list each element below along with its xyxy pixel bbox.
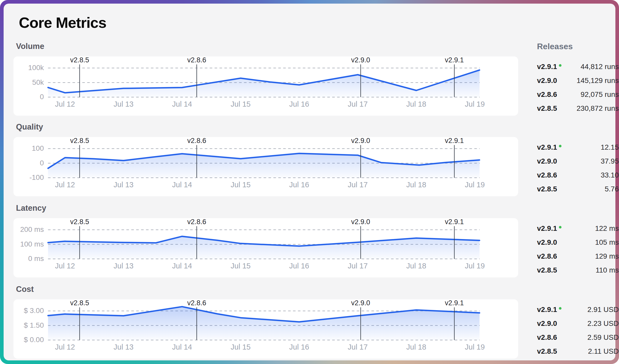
release-version: v2.9.1 [537, 224, 561, 233]
release-marker-label: v2.8.6 [187, 299, 206, 307]
x-tick-label: Jul 13 [113, 181, 133, 189]
release-row-v2.9.0[interactable]: v2.9.0145,129 runs [537, 74, 619, 88]
release-row-v2.9.0[interactable]: v2.9.02.23 USD [537, 317, 619, 331]
release-value: 12.15 [601, 143, 619, 151]
y-tick-label: $ 1.50 [24, 321, 44, 329]
quality-release-stats: v2.9.112.15v2.9.037.95v2.8.633.10v2.8.55… [537, 140, 619, 196]
release-row-v2.9.1[interactable]: v2.9.1122 ms [537, 222, 619, 235]
release-row-v2.9.1[interactable]: v2.9.12.91 USD [537, 303, 619, 317]
release-row-v2.8.5[interactable]: v2.8.5230,872 runs [537, 101, 619, 115]
cost-chart[interactable]: $ 0.00$ 1.50$ 3.00Jul 12Jul 13Jul 14Jul … [13, 299, 518, 359]
cost-area-fill [48, 307, 479, 340]
release-marker-label: v2.8.5 [70, 218, 89, 226]
x-tick-label: Jul 15 [231, 100, 250, 108]
latency-chart-card: 0 ms100 ms200 msJul 12Jul 13Jul 14Jul 15… [13, 218, 518, 277]
section-label-cost: Cost [16, 285, 119, 295]
release-row-v2.8.5[interactable]: v2.8.52.11 USD [537, 344, 619, 358]
x-tick-label: Jul 16 [289, 262, 309, 270]
x-tick-label: Jul 12 [55, 100, 75, 108]
x-tick-label: Jul 16 [289, 343, 309, 351]
release-marker-label: v2.8.6 [187, 137, 206, 145]
release-version: v2.8.6 [537, 90, 557, 99]
release-version: v2.8.6 [537, 252, 557, 260]
release-value: 105 ms [595, 238, 619, 247]
y-tick-label: $ 0.00 [24, 336, 44, 344]
x-tick-label: Jul 19 [465, 343, 485, 351]
x-tick-label: Jul 15 [231, 262, 250, 270]
x-tick-label: Jul 17 [348, 343, 368, 351]
gradient-frame: Core Metrics Releases Volume050k100kJul … [0, 0, 619, 364]
latest-release-dot-icon [559, 64, 561, 67]
latest-release-dot-icon [559, 307, 561, 310]
release-value: 2.11 USD [588, 347, 619, 355]
release-marker-label: v2.8.5 [70, 137, 89, 145]
quality-chart[interactable]: -1000100Jul 12Jul 13Jul 14Jul 15Jul 16Ju… [13, 137, 518, 196]
x-tick-label: Jul 15 [231, 343, 250, 351]
x-tick-label: Jul 12 [55, 181, 75, 189]
release-marker-label: v2.8.6 [187, 56, 206, 64]
volume-chart-card: 050k100kJul 12Jul 13Jul 14Jul 15Jul 16Ju… [13, 56, 518, 116]
x-tick-label: Jul 14 [172, 343, 192, 351]
release-value: 92,075 runs [581, 90, 619, 99]
release-value: 2.23 USD [588, 319, 619, 328]
y-tick-label: 0 ms [28, 255, 44, 263]
dashboard-surface: Core Metrics Releases Volume050k100kJul … [4, 4, 615, 360]
x-tick-label: Jul 19 [465, 100, 485, 108]
release-marker-label: v2.8.5 [70, 56, 89, 64]
release-row-v2.9.0[interactable]: v2.9.037.95 [537, 154, 619, 168]
x-tick-label: Jul 12 [55, 262, 75, 270]
release-marker-label: v2.9.0 [351, 56, 370, 64]
release-marker-label: v2.9.0 [351, 299, 370, 307]
release-version: v2.8.6 [537, 333, 557, 342]
x-tick-label: Jul 17 [348, 100, 368, 108]
x-tick-label: Jul 17 [348, 181, 368, 189]
x-tick-label: Jul 13 [113, 343, 133, 351]
release-marker-label: v2.9.1 [445, 56, 464, 64]
y-tick-label: 0 [40, 93, 44, 101]
release-value: 37.95 [601, 157, 619, 165]
y-tick-label: 0 [40, 159, 44, 167]
release-row-v2.9.1[interactable]: v2.9.144,812 runs [537, 60, 619, 74]
x-tick-label: Jul 19 [465, 181, 485, 189]
release-value: 44,812 runs [581, 63, 619, 71]
section-label-volume: Volume [16, 42, 119, 52]
release-row-v2.8.6[interactable]: v2.8.633.10 [537, 168, 619, 182]
x-tick-label: Jul 14 [172, 262, 192, 270]
release-version: v2.9.1 [537, 306, 561, 314]
latency-chart[interactable]: 0 ms100 ms200 msJul 12Jul 13Jul 14Jul 15… [13, 218, 518, 277]
release-value: 145,129 runs [577, 77, 619, 85]
x-tick-label: Jul 19 [465, 262, 485, 270]
release-value: 122 ms [595, 224, 619, 233]
x-tick-label: Jul 13 [113, 262, 133, 270]
x-tick-label: Jul 18 [406, 100, 426, 108]
volume-chart[interactable]: 050k100kJul 12Jul 13Jul 14Jul 15Jul 16Ju… [13, 56, 518, 116]
release-marker-label: v2.9.1 [445, 299, 464, 307]
x-tick-label: Jul 14 [172, 100, 192, 108]
release-version: v2.9.1 [537, 143, 561, 151]
release-row-v2.8.6[interactable]: v2.8.62.59 USD [537, 331, 619, 344]
release-value: 110 ms [596, 266, 619, 274]
release-row-v2.8.5[interactable]: v2.8.55.76 [537, 182, 619, 196]
release-value: 2.91 USD [588, 306, 619, 314]
release-version: v2.9.0 [537, 157, 557, 165]
release-row-v2.8.5[interactable]: v2.8.5110 ms [537, 263, 619, 277]
x-tick-label: Jul 18 [406, 262, 426, 270]
quality-chart-card: -1000100Jul 12Jul 13Jul 14Jul 15Jul 16Ju… [13, 137, 518, 196]
release-value: 5.76 [605, 185, 619, 193]
release-row-v2.9.1[interactable]: v2.9.112.15 [537, 140, 619, 154]
release-value: 2.59 USD [588, 333, 619, 342]
x-tick-label: Jul 12 [55, 343, 75, 351]
release-row-v2.9.0[interactable]: v2.9.0105 ms [537, 235, 619, 249]
release-marker-label: v2.9.0 [351, 137, 370, 145]
release-marker-label: v2.9.1 [445, 218, 464, 226]
release-version: v2.9.0 [537, 77, 557, 85]
latest-release-dot-icon [559, 226, 561, 228]
release-row-v2.8.6[interactable]: v2.8.6129 ms [537, 249, 619, 263]
release-row-v2.8.6[interactable]: v2.8.692,075 runs [537, 88, 619, 101]
release-marker-label: v2.9.0 [351, 218, 370, 226]
release-value: 230,872 runs [577, 104, 619, 113]
section-label-quality: Quality [16, 122, 119, 133]
page-title: Core Metrics [19, 14, 106, 31]
releases-heading: Releases [537, 42, 573, 51]
latency-release-stats: v2.9.1122 msv2.9.0105 msv2.8.6129 msv2.8… [537, 222, 619, 277]
